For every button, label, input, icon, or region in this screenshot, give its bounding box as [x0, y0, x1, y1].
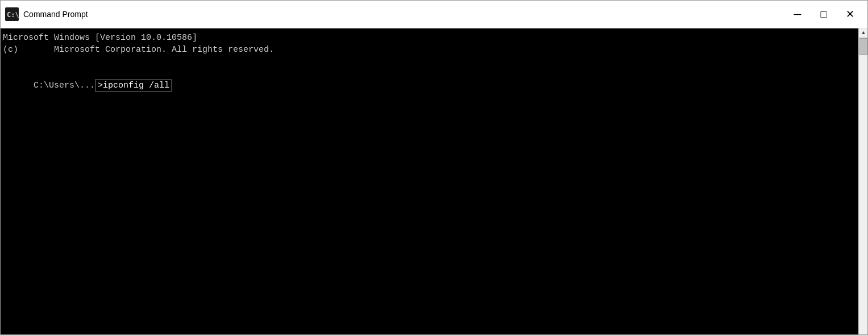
- terminal-prompt-prefix: C:\Users\...: [34, 81, 95, 90]
- cmd-icon: C:\: [5, 7, 19, 21]
- scrollbar[interactable]: ▲: [858, 28, 867, 334]
- terminal-line-2: (c) Microsoft Corporation. All rights re…: [3, 44, 865, 56]
- maximize-button[interactable]: □: [811, 1, 837, 28]
- minimize-button[interactable]: ─: [784, 1, 811, 28]
- terminal-line-4: C:\Users\...>ipconfig /all: [3, 68, 865, 104]
- scrollbar-up-arrow[interactable]: ▲: [859, 28, 867, 38]
- command-prompt-window: C:\ Command Prompt ─ □ ✕ Microsoft Windo…: [0, 0, 868, 335]
- svg-text:C:\: C:\: [7, 11, 19, 19]
- scrollbar-thumb[interactable]: [859, 38, 867, 55]
- terminal-line-1: Microsoft Windows [Version 10.0.10586]: [3, 32, 865, 44]
- terminal-line-blank: [3, 56, 865, 68]
- title-bar: C:\ Command Prompt ─ □ ✕: [1, 1, 867, 28]
- close-button[interactable]: ✕: [837, 1, 863, 28]
- terminal-body[interactable]: Microsoft Windows [Version 10.0.10586] (…: [1, 28, 867, 334]
- window-controls: ─ □ ✕: [784, 1, 863, 28]
- terminal-command-highlight: >ipconfig /all: [95, 79, 172, 92]
- window-title: Command Prompt: [23, 10, 784, 19]
